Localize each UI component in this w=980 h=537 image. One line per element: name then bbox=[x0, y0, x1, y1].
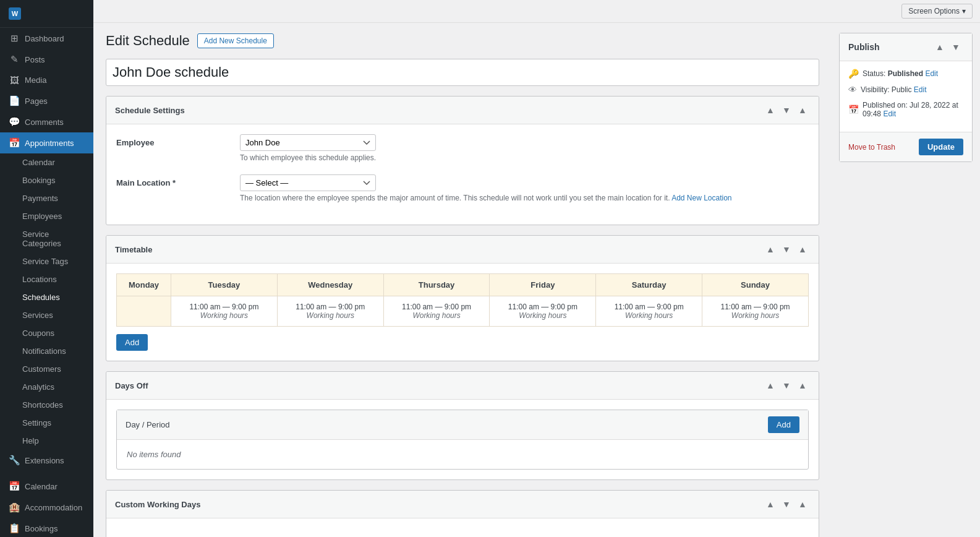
visibility-text: Visibility: Public Edit bbox=[861, 85, 927, 94]
published-on-edit-link[interactable]: Edit bbox=[883, 110, 896, 118]
service-categories-sub-label: Service Categories bbox=[22, 230, 61, 248]
sidebar-item-label: Comments bbox=[25, 118, 64, 127]
editor: Edit Schedule Add New Schedule Schedule … bbox=[93, 23, 832, 537]
shortcodes-sub-label: Shortcodes bbox=[22, 400, 63, 410]
publish-collapse-down[interactable]: ▼ bbox=[948, 40, 963, 54]
publish-panel: Publish ▲ ▼ 🔑 Status: Published Edit bbox=[839, 33, 973, 162]
schedule-settings-title: Schedule Settings bbox=[115, 106, 763, 115]
published-on-icon: 📅 bbox=[848, 105, 859, 114]
sidebar-sub-services[interactable]: Services bbox=[0, 306, 93, 324]
right-sidebar: Publish ▲ ▼ 🔑 Status: Published Edit bbox=[832, 23, 980, 537]
sidebar-item-pages[interactable]: 📄 Pages bbox=[0, 90, 93, 111]
add-new-schedule-button[interactable]: Add New Schedule bbox=[197, 33, 274, 48]
schedule-settings-controls: ▲ ▼ ▲ bbox=[763, 103, 810, 118]
custom-working-days-toggle[interactable]: ▲ bbox=[795, 497, 810, 512]
screen-options-button[interactable]: Screen Options ▾ bbox=[901, 4, 973, 19]
days-off-add-button[interactable]: Add bbox=[768, 416, 799, 433]
calendar2-label: Calendar bbox=[25, 482, 58, 491]
timetable-title: Timetable bbox=[115, 245, 763, 254]
sidebar-sub-coupons[interactable]: Coupons bbox=[0, 324, 93, 342]
days-off-title: Days Off bbox=[115, 381, 763, 390]
visibility-icon: 👁 bbox=[848, 85, 857, 95]
sidebar-sub-notifications[interactable]: Notifications bbox=[0, 342, 93, 360]
days-off-toggle[interactable]: ▲ bbox=[795, 378, 810, 393]
sidebar-sub-bookings[interactable]: Bookings bbox=[0, 171, 93, 189]
sidebar-item-appointments[interactable]: 📅 Appointments bbox=[0, 132, 93, 153]
schedule-settings-collapse-up[interactable]: ▲ bbox=[763, 103, 778, 118]
schedule-title-input[interactable] bbox=[106, 59, 819, 86]
content-area: Edit Schedule Add New Schedule Schedule … bbox=[93, 23, 980, 537]
days-off-table: Day / Period Add No items found bbox=[116, 410, 809, 470]
wednesday-hours: 11:00 am — 9:00 pm bbox=[283, 303, 378, 311]
thursday-hours: 11:00 am — 9:00 pm bbox=[389, 303, 485, 311]
sidebar-sub-payments[interactable]: Payments bbox=[0, 189, 93, 207]
move-to-trash-link[interactable]: Move to Trash bbox=[848, 143, 895, 152]
sidebar-item-posts[interactable]: ✎ Posts bbox=[0, 49, 93, 70]
sidebar: W ⊞ Dashboard ✎ Posts 🖼 Media 📄 Pages 💬 … bbox=[0, 0, 93, 537]
sidebar-item-dashboard[interactable]: ⊞ Dashboard bbox=[0, 28, 93, 49]
accommodation-icon: 🏨 bbox=[9, 502, 20, 513]
notifications-sub-label: Notifications bbox=[22, 346, 66, 356]
custom-working-days-collapse-up[interactable]: ▲ bbox=[763, 497, 778, 512]
sidebar-sub-help[interactable]: Help bbox=[0, 432, 93, 450]
visibility-edit-link[interactable]: Edit bbox=[914, 85, 927, 94]
timetable-add-button[interactable]: Add bbox=[116, 334, 148, 351]
schedule-settings-toggle[interactable]: ▲ bbox=[795, 103, 810, 118]
sidebar-item-calendar2[interactable]: 📅 Calendar bbox=[0, 476, 93, 497]
days-off-panel: Days Off ▲ ▼ ▲ Day / Period Add No items… bbox=[106, 371, 819, 480]
sidebar-sub-employees[interactable]: Employees bbox=[0, 207, 93, 225]
timetable-controls: ▲ ▼ ▲ bbox=[763, 242, 810, 257]
sidebar-item-extensions[interactable]: 🔧 Extensions bbox=[0, 450, 93, 471]
employee-select[interactable]: John Doe bbox=[240, 134, 376, 151]
custom-working-days-header: Custom Working Days ▲ ▼ ▲ bbox=[106, 491, 819, 518]
calendar2-icon: 📅 bbox=[9, 481, 20, 492]
timetable-row: 11:00 am — 9:00 pm Working hours 11:00 a… bbox=[117, 296, 809, 327]
days-off-collapse-up[interactable]: ▲ bbox=[763, 378, 778, 393]
screen-options-label: Screen Options bbox=[908, 7, 960, 15]
main-location-row: Main Location * — Select — The location … bbox=[116, 174, 809, 202]
publish-footer: Move to Trash Update bbox=[840, 132, 972, 161]
sidebar-item-comments[interactable]: 💬 Comments bbox=[0, 111, 93, 132]
days-off-header: Days Off ▲ ▼ ▲ bbox=[106, 372, 819, 400]
sidebar-item-bookings2[interactable]: 📋 Bookings bbox=[0, 518, 93, 537]
published-on-row: 📅 Published on: Jul 28, 2022 at 09:48 Ed… bbox=[848, 101, 963, 118]
sidebar-item-media[interactable]: 🖼 Media bbox=[0, 70, 93, 90]
saturday-cell: 11:00 am — 9:00 pm Working hours bbox=[596, 296, 702, 327]
sidebar-sub-service-tags[interactable]: Service Tags bbox=[0, 252, 93, 270]
service-tags-sub-label: Service Tags bbox=[22, 257, 68, 266]
calendar-sub-label: Calendar bbox=[22, 158, 55, 167]
timetable-collapse-up[interactable]: ▲ bbox=[763, 242, 778, 257]
sidebar-item-accommodation[interactable]: 🏨 Accommodation bbox=[0, 497, 93, 518]
top-bar: Screen Options ▾ bbox=[93, 0, 980, 23]
sidebar-sub-analytics[interactable]: Analytics bbox=[0, 378, 93, 396]
schedule-settings-panel: Schedule Settings ▲ ▼ ▲ Employee John Do… bbox=[106, 96, 819, 225]
schedule-settings-body: Employee John Doe To which employee this… bbox=[106, 124, 819, 225]
sidebar-sub-schedules[interactable]: Schedules bbox=[0, 288, 93, 306]
sidebar-sub-calendar[interactable]: Calendar bbox=[0, 153, 93, 171]
sidebar-sub-settings[interactable]: Settings bbox=[0, 414, 93, 432]
update-button[interactable]: Update bbox=[919, 139, 963, 155]
timetable-collapse-down[interactable]: ▼ bbox=[779, 242, 794, 257]
publish-collapse-up[interactable]: ▲ bbox=[932, 40, 947, 54]
add-new-location-link[interactable]: Add New Location bbox=[671, 194, 731, 202]
status-edit-link[interactable]: Edit bbox=[925, 69, 938, 78]
sidebar-sub-customers[interactable]: Customers bbox=[0, 360, 93, 378]
day-header-sunday: Sunday bbox=[702, 274, 809, 296]
sidebar-item-label: Media bbox=[25, 75, 46, 85]
coupons-sub-label: Coupons bbox=[22, 329, 54, 338]
main-location-select[interactable]: — Select — bbox=[240, 174, 376, 191]
custom-working-days-collapse-down[interactable]: ▼ bbox=[779, 497, 794, 512]
schedule-settings-collapse-down[interactable]: ▼ bbox=[779, 103, 794, 118]
timetable-toggle[interactable]: ▲ bbox=[795, 242, 810, 257]
analytics-sub-label: Analytics bbox=[22, 382, 54, 392]
sidebar-sub-service-categories[interactable]: Service Categories bbox=[0, 225, 93, 252]
main-location-label: Main Location * bbox=[116, 174, 228, 187]
days-off-collapse-down[interactable]: ▼ bbox=[779, 378, 794, 393]
tuesday-type: Working hours bbox=[176, 311, 272, 320]
employee-row: Employee John Doe To which employee this… bbox=[116, 134, 809, 162]
page-title: Edit Schedule bbox=[106, 33, 190, 49]
publish-panel-header: Publish ▲ ▼ bbox=[840, 33, 972, 61]
employees-sub-label: Employees bbox=[22, 212, 62, 221]
sidebar-sub-shortcodes[interactable]: Shortcodes bbox=[0, 396, 93, 414]
sidebar-sub-locations[interactable]: Locations bbox=[0, 270, 93, 288]
